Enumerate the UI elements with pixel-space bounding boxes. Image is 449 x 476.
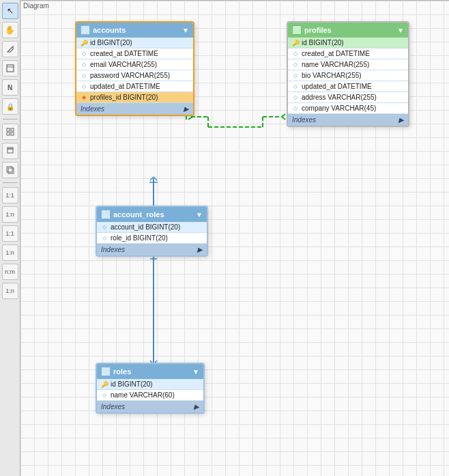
profiles-col-updated_at: updated_at DATETIME — [302, 83, 372, 90]
diamond-icon: ◇ — [292, 61, 299, 68]
table-roles[interactable]: roles ▼ 🔑 id BIGINT(20) ◇ name VARCHAR(6… — [96, 363, 205, 414]
roles-table-icon — [101, 367, 111, 376]
diamond-icon: ◇ — [101, 224, 108, 231]
diamond-icon: ◇ — [81, 61, 87, 68]
rel-1-nc-label: 1:n — [5, 288, 14, 295]
layers-tool[interactable] — [2, 143, 18, 159]
roles-indexes-label: Indexes — [101, 403, 125, 410]
lock-tool[interactable]: 🔒 — [2, 98, 18, 115]
account-roles-col-role_id: role_id BIGINT(20) — [111, 234, 168, 242]
key-icon: 🔑 — [81, 40, 87, 46]
profiles-col-company: company VARCHAR(45) — [302, 104, 376, 112]
rel-1-n-tool[interactable]: 1:n — [2, 206, 18, 223]
profiles-col-id: id BIGINT(20) — [302, 39, 344, 46]
profiles-row-id[interactable]: 🔑 id BIGINT(20) — [288, 38, 408, 48]
svg-rect-3 — [7, 128, 10, 131]
main-container: ↖ ✋ N 🔒 1:1 1:n 1:1 1:n — [0, 0, 449, 476]
svg-rect-1 — [7, 65, 14, 72]
profiles-row-company[interactable]: ◇ company VARCHAR(45) — [288, 103, 408, 114]
accounts-row-profiles_id[interactable]: ◆ profiles_id BIGINT(20) — [76, 92, 193, 103]
rel-1-1b-tool[interactable]: 1:1 — [2, 225, 18, 242]
profiles-row-name[interactable]: ◇ name VARCHAR(255) — [288, 59, 408, 70]
accounts-row-created_at[interactable]: ◇ created_at DATETIME — [76, 48, 193, 59]
diamond-icon: ◇ — [101, 235, 108, 242]
accounts-title: accounts — [93, 26, 126, 34]
profiles-indexes[interactable]: Indexes ▶ — [288, 114, 408, 126]
roles-col-id: id BIGINT(20) — [111, 380, 153, 388]
diamond-icon: ◇ — [292, 51, 299, 57]
account-roles-col-account_id: account_id BIGINT(20) — [111, 223, 180, 231]
profiles-row-updated_at[interactable]: ◇ updated_at DATETIME — [288, 81, 408, 92]
diamond-icon: ◇ — [81, 83, 87, 90]
accounts-header: accounts ▼ — [76, 23, 193, 38]
rel-1-1-tool[interactable]: 1:1 — [2, 187, 18, 204]
account-roles-header-left: account_roles — [101, 210, 164, 219]
profiles-col-created_at: created_at DATETIME — [302, 50, 370, 57]
copy-tool[interactable] — [2, 162, 18, 178]
accounts-indexes-arrow[interactable]: ▶ — [184, 105, 189, 113]
profiles-row-created_at[interactable]: ◇ created_at DATETIME — [288, 48, 408, 59]
profiles-indexes-arrow[interactable]: ▶ — [399, 116, 404, 124]
svg-rect-10 — [7, 167, 12, 172]
svg-rect-7 — [8, 149, 13, 153]
orange-diamond-icon: ◆ — [81, 94, 87, 101]
separator1 — [3, 119, 18, 120]
rel-nm-tool[interactable]: n:m — [2, 264, 18, 280]
key-icon: 🔑 — [292, 40, 299, 46]
account-roles-row-account_id[interactable]: ◇ account_id BIGINT(20) — [97, 222, 207, 233]
note-tool[interactable]: N — [2, 79, 18, 96]
svg-rect-9 — [8, 168, 14, 173]
accounts-indexes[interactable]: Indexes ▶ — [76, 103, 193, 115]
svg-rect-8 — [8, 148, 13, 149]
roles-arrow[interactable]: ▼ — [192, 368, 199, 376]
accounts-row-password[interactable]: ◇ password VARCHAR(255) — [76, 70, 193, 81]
key-icon: 🔑 — [101, 381, 108, 388]
svg-line-20 — [282, 117, 285, 120]
profiles-row-address[interactable]: ◇ address VARCHAR(255) — [288, 92, 408, 103]
roles-header: roles ▼ — [97, 364, 203, 379]
table-account-roles[interactable]: account_roles ▼ ◇ account_id BIGINT(20) … — [96, 206, 208, 257]
rel-1-nb-label: 1:n — [5, 249, 14, 257]
diamond-icon: ◇ — [101, 392, 108, 399]
account-roles-indexes[interactable]: Indexes ▶ — [97, 244, 207, 255]
profiles-header: profiles ▼ — [288, 23, 408, 38]
accounts-row-updated_at[interactable]: ◇ updated_at DATETIME — [76, 81, 193, 92]
cursor-tool[interactable]: ↖ — [2, 3, 18, 19]
svg-rect-6 — [11, 132, 14, 135]
roles-header-left: roles — [101, 367, 131, 376]
table-accounts[interactable]: accounts ▼ 🔑 id BIGINT(20) ◇ created_at … — [75, 21, 194, 116]
account-roles-arrow[interactable]: ▼ — [196, 211, 203, 219]
roles-row-id[interactable]: 🔑 id BIGINT(20) — [97, 379, 203, 390]
svg-line-23 — [150, 177, 154, 180]
accounts-header-left: accounts — [81, 25, 126, 35]
account-roles-header: account_roles ▼ — [97, 207, 207, 222]
grid-tool[interactable] — [2, 124, 18, 140]
eraser-tool[interactable] — [2, 41, 18, 57]
roles-indexes-arrow[interactable]: ▶ — [194, 403, 199, 410]
rel-1-nb-tool[interactable]: 1:n — [2, 244, 18, 261]
accounts-arrow[interactable]: ▼ — [182, 27, 189, 34]
rel-1-1b-label: 1:1 — [5, 230, 14, 238]
accounts-row-email[interactable]: ◇ email VARCHAR(255) — [76, 59, 193, 70]
roles-col-name: name VARCHAR(60) — [111, 391, 175, 399]
rel-1-1-label: 1:1 — [5, 192, 14, 199]
profiles-arrow[interactable]: ▼ — [397, 27, 404, 34]
diagram-label: Diagram — [23, 2, 49, 10]
roles-indexes[interactable]: Indexes ▶ — [97, 401, 203, 412]
profiles-row-bio[interactable]: ◇ bio VARCHAR(255) — [288, 70, 408, 81]
accounts-row-id[interactable]: 🔑 id BIGINT(20) — [76, 38, 193, 48]
accounts-col-password: password VARCHAR(255) — [90, 72, 170, 79]
roles-title: roles — [113, 367, 131, 376]
account-roles-indexes-label: Indexes — [101, 246, 125, 253]
table-profiles[interactable]: profiles ▼ 🔑 id BIGINT(20) ◇ created_at … — [287, 21, 409, 127]
roles-row-name[interactable]: ◇ name VARCHAR(60) — [97, 390, 203, 401]
rel-nm-label: n:m — [5, 268, 15, 276]
table-tool[interactable] — [2, 60, 18, 76]
profiles-title: profiles — [304, 26, 332, 34]
rel-1-nc-tool[interactable]: 1:n — [2, 283, 18, 299]
account-roles-indexes-arrow[interactable]: ▶ — [197, 246, 203, 253]
pan-tool[interactable]: ✋ — [2, 22, 18, 38]
account-roles-row-role_id[interactable]: ◇ role_id BIGINT(20) — [97, 233, 207, 244]
profiles-col-address: address VARCHAR(255) — [302, 94, 377, 101]
diagram-area[interactable]: Diagram — [20, 0, 449, 476]
